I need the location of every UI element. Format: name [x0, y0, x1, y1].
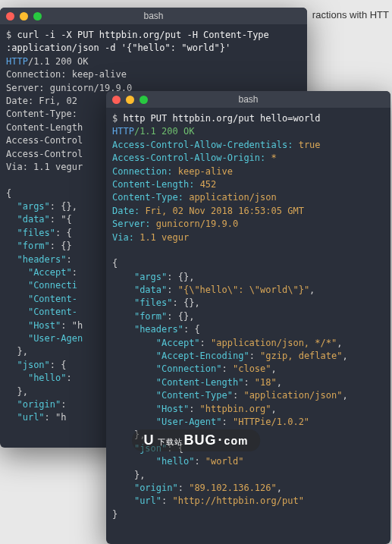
watermark-badge: U下载站BUG·com — [132, 429, 261, 451]
http-ver: /1.1 — [28, 56, 50, 67]
json-key: "Content- — [28, 294, 77, 304]
minimize-icon[interactable] — [126, 96, 134, 104]
shell-prompt: $ — [6, 30, 11, 40]
json-key: "args" — [17, 201, 49, 212]
hdr-key: Date — [112, 206, 134, 216]
json-key: "files" — [17, 228, 55, 238]
json-key: "origin" — [17, 399, 61, 410]
json-key: "data" — [17, 214, 49, 225]
hdr-val: true — [299, 140, 321, 150]
json-val: : { — [50, 360, 67, 370]
json-val: "close" — [233, 363, 271, 374]
http-status: 200 OK — [50, 56, 89, 67]
json-val: "http://httpbin.org/put" — [172, 495, 303, 506]
json-val: {} — [178, 272, 189, 282]
json-val: "18" — [255, 377, 277, 388]
command-text-2: :application/json -d '{"hello": "world"}… — [6, 42, 230, 53]
hdr-key: Access-Control-Allow-Origin — [112, 153, 260, 163]
json-val: {} — [183, 297, 194, 308]
background-text: ractions with HTT — [312, 9, 389, 20]
terminal-window-httpie[interactable]: bash $ http PUT httpbin.org/put hello=wo… — [106, 91, 390, 544]
maximize-icon[interactable] — [140, 96, 148, 104]
json-val: : "h — [45, 412, 67, 423]
json-key: "Connecti — [28, 280, 77, 291]
json-key: "Content-Length" — [156, 377, 244, 388]
hdr-ac1: Access-Control — [6, 135, 83, 146]
terminal-content[interactable]: $ http PUT httpbin.org/put hello=world H… — [106, 108, 390, 526]
http-proto: HTTP — [112, 126, 134, 137]
watermark-mid: BUG — [184, 432, 217, 448]
json-val: "HTTPie/1.0.2" — [233, 417, 309, 427]
json-key: "Host" — [156, 404, 189, 414]
json-val: : {} — [50, 241, 72, 251]
json-val: "application/json" — [243, 390, 342, 401]
window-title: bash — [143, 11, 163, 21]
json-key: "data" — [134, 285, 167, 295]
json-key: "form" — [134, 311, 167, 322]
hdr-val: Fri, 02 Nov 2018 16:53:05 GMT — [145, 206, 304, 216]
json-key: "url" — [134, 495, 162, 506]
json-key: "url" — [17, 412, 44, 423]
close-icon[interactable] — [112, 96, 121, 104]
json-key: "Accept-Encoding" — [156, 351, 249, 361]
json-key: "origin" — [134, 483, 178, 493]
json-close: } — [112, 509, 118, 520]
json-val: "{\"hello\": \"world\"}" — [178, 285, 309, 295]
json-key: "Host" — [28, 320, 61, 331]
json-key: "hello" — [156, 456, 195, 467]
json-key: "headers" — [134, 324, 183, 335]
traffic-lights — [112, 96, 148, 104]
json-val: : {}, — [50, 201, 77, 212]
json-key: "files" — [134, 297, 173, 308]
command-text: curl -i -X PUT httpbin.org/put -H Conten… — [17, 30, 268, 40]
hdr-ac2: Access-Control — [6, 149, 83, 159]
shell-prompt: $ — [112, 113, 118, 124]
json-val: : — [72, 267, 77, 278]
json-key: "form" — [17, 241, 49, 251]
json-key: "User-Agent" — [156, 417, 222, 427]
http-proto: HTTP — [6, 56, 28, 67]
json-key: "Accept" — [28, 267, 72, 278]
json-val: "world" — [205, 456, 244, 467]
hdr-val: application/json — [189, 192, 277, 203]
hdr-ctype: Content-Type: — [6, 108, 83, 119]
hdr-val: gunicorn/19.9.0 — [156, 219, 238, 229]
close-icon[interactable] — [6, 12, 14, 20]
json-key: "headers" — [17, 254, 66, 265]
json-key: "json" — [17, 360, 49, 370]
hdr-key: Access-Control-Allow-Credentials — [112, 140, 287, 150]
watermark-dot: · — [218, 432, 223, 448]
json-open: { — [112, 258, 118, 269]
hdr-via: Via: 1.1 vegur — [6, 162, 83, 172]
json-val: "89.102.136.126" — [189, 483, 277, 493]
window-title: bash — [238, 94, 258, 105]
hdr-val: * — [271, 153, 277, 163]
json-open: { — [6, 188, 11, 199]
watermark-sub: 下载站 — [158, 437, 183, 448]
json-val: : "h — [61, 320, 83, 331]
json-val: : { — [55, 228, 72, 238]
titlebar[interactable]: bash — [0, 8, 307, 24]
hdr-key: Content-Length — [112, 179, 189, 190]
hdr-key: Connection — [112, 166, 167, 177]
titlebar[interactable]: bash — [106, 91, 390, 108]
hdr-val: 1.1 vegur — [140, 232, 189, 243]
hdr-val: keep-alive — [178, 166, 233, 177]
json-val: : — [66, 373, 71, 383]
minimize-icon[interactable] — [20, 12, 28, 20]
http-status: 200 OK — [156, 126, 195, 137]
json-key: "Content-Type" — [156, 390, 233, 401]
hdr-key: Content-Type — [112, 192, 178, 203]
json-val: "httpbin.org" — [200, 404, 271, 414]
json-key: "Connection" — [156, 363, 222, 374]
command-text: http PUT httpbin.org/put hello=world — [123, 113, 320, 124]
hdr-val: 452 — [200, 179, 217, 190]
json-val: : — [66, 254, 71, 265]
json-val: : — [61, 399, 71, 410]
maximize-icon[interactable] — [33, 12, 42, 20]
json-key: "hello" — [28, 373, 67, 383]
hdr-clen: Content-Length — [6, 122, 83, 133]
json-val: : "{ — [50, 214, 72, 225]
json-val: "gzip, deflate" — [260, 351, 342, 361]
json-key: "Accept" — [156, 338, 200, 348]
